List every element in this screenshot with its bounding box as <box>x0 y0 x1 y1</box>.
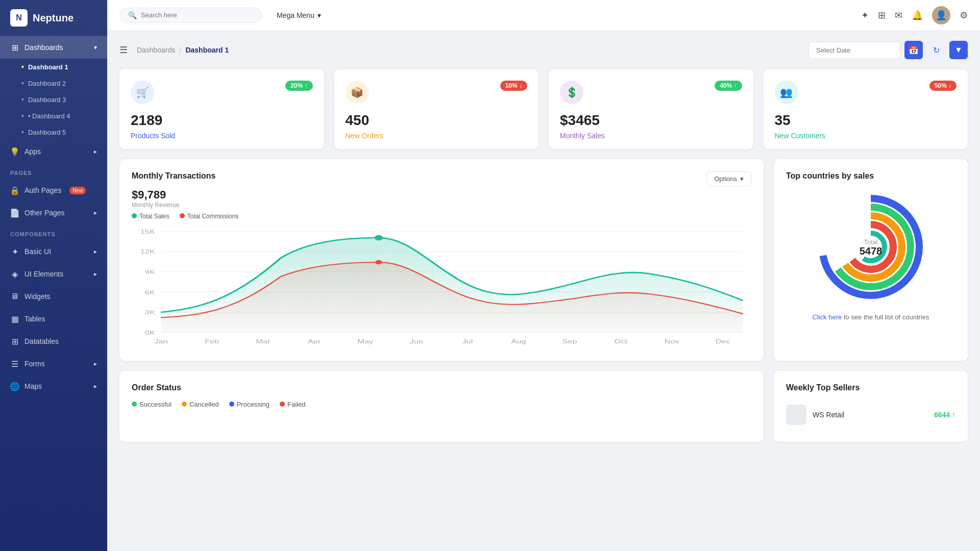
auth-pages-label: Auth Pages <box>24 186 61 194</box>
grid-icon[interactable]: ⊞ <box>878 10 886 21</box>
main-wrap: 🔍 Mega Menu ▾ ✦ ⊞ ✉ 🔔 👤 ⚙ ☰ Dashboards <box>107 0 980 551</box>
svg-text:Jul: Jul <box>462 338 473 344</box>
apps-arrow: ▸ <box>94 148 97 155</box>
sidebar-item-forms[interactable]: ☰ Forms ▸ <box>0 353 107 375</box>
footer-post-text: to see the full list of countries <box>844 313 929 321</box>
sidebar-item-ui-elements[interactable]: ◈ UI Elements ▸ <box>0 263 107 285</box>
search-input[interactable] <box>141 11 254 19</box>
svg-text:May: May <box>357 338 373 344</box>
seller-item: WS Retail 6644 ↑ <box>786 400 955 430</box>
svg-text:Apr: Apr <box>308 338 321 344</box>
mega-menu-label: Mega Menu <box>277 11 314 19</box>
mega-menu-button[interactable]: Mega Menu ▾ <box>271 8 327 22</box>
legend-processing: Processing <box>237 400 270 408</box>
sidebar-item-basic-ui[interactable]: ✦ Basic UI ▸ <box>0 240 107 263</box>
file-icon: 📄 <box>10 208 19 217</box>
donut-chart: Total 5478 <box>786 181 955 308</box>
sidebar-sub-dashboard3[interactable]: Dashboard 3 <box>0 91 107 108</box>
ui-elements-arrow: ▸ <box>94 270 97 278</box>
sidebar: N Neptune ⊞ Dashboards ▾ Dashboard 1 Das… <box>0 0 107 551</box>
svg-point-13 <box>375 260 382 264</box>
click-here-link[interactable]: Click here <box>812 313 842 321</box>
svg-text:Nov: Nov <box>665 338 679 344</box>
avatar[interactable]: 👤 <box>932 6 950 24</box>
svg-text:Jun: Jun <box>410 338 423 344</box>
svg-text:Mar: Mar <box>256 338 271 344</box>
topbar-icons: ✦ ⊞ ✉ 🔔 👤 ⚙ <box>861 6 968 24</box>
tables-icon: ▦ <box>10 314 19 323</box>
header-tools: 📅 ↻ ▼ <box>808 41 968 59</box>
stat-card-customers: 👥 50% ↓ 35 New Customers <box>764 69 968 149</box>
sidebar-item-maps[interactable]: 🌐 Maps ▸ <box>0 375 107 397</box>
seller-thumb <box>786 405 806 425</box>
sidebar-item-widgets[interactable]: 🖥 Widgets <box>0 285 107 308</box>
breadcrumb-parent: Dashboards <box>137 46 176 54</box>
stat-card-products: 🛒 20% ↑ 2189 Products Sold <box>119 69 324 149</box>
date-input[interactable] <box>808 42 900 59</box>
transactions-sublabel: Monthly Revenue <box>132 202 751 209</box>
sidebar-item-dashboards[interactable]: ⊞ Dashboards ▾ <box>0 36 107 59</box>
products-icon: 🛒 <box>131 81 154 104</box>
products-label: Products Sold <box>131 132 313 140</box>
sidebar-sub-dashboard5[interactable]: Dashboard 5 <box>0 124 107 140</box>
sidebar-item-datatables[interactable]: ⊞ Datatables <box>0 330 107 353</box>
top-countries-title: Top countries by sales <box>786 171 955 181</box>
widgets-icon: 🖥 <box>10 292 19 301</box>
breadcrumb: Dashboards / Dashboard 1 <box>137 46 229 54</box>
sidebar-logo: N Neptune <box>0 0 107 36</box>
options-button[interactable]: Options ▾ <box>706 171 751 186</box>
svg-text:0K: 0K <box>145 330 155 336</box>
logo-box: N <box>10 9 28 27</box>
hamburger-icon[interactable]: ☰ <box>119 44 128 56</box>
search-icon: 🔍 <box>128 11 137 19</box>
breadcrumb-current: Dashboard 1 <box>185 46 229 54</box>
bell-icon[interactable]: 🔔 <box>912 10 923 21</box>
customers-label: New Customers <box>775 132 957 140</box>
refresh-button[interactable]: ↻ <box>927 41 945 59</box>
sidebar-sub-dashboard2[interactable]: Dashboard 2 <box>0 75 107 91</box>
filter-button[interactable]: ▼ <box>949 41 968 59</box>
top-countries-card: Top countries by sales <box>774 159 968 361</box>
forms-arrow: ▸ <box>94 360 97 367</box>
plus-icon[interactable]: ✦ <box>861 10 869 21</box>
sidebar-sub-dashboard4[interactable]: • Dashboard 4 <box>0 108 107 124</box>
dashboards-label: Dashboards <box>24 43 63 52</box>
other-pages-label: Other Pages <box>24 209 65 217</box>
chart-legend: Total Sales Total Commissions <box>132 213 751 220</box>
search-box[interactable]: 🔍 <box>119 8 262 23</box>
basic-ui-label: Basic UI <box>24 247 51 256</box>
dashboards-arrow: ▾ <box>94 44 97 51</box>
settings-icon[interactable]: ⚙ <box>960 10 968 21</box>
svg-text:5478: 5478 <box>860 245 883 257</box>
calendar-button[interactable]: 📅 <box>904 41 923 59</box>
weekly-top-sellers-card: Weekly Top Sellers WS Retail 6644 ↑ <box>774 371 968 442</box>
svg-text:Aug: Aug <box>511 338 526 344</box>
svg-text:3K: 3K <box>145 310 155 315</box>
apps-icon: 💡 <box>10 147 19 156</box>
svg-point-12 <box>375 235 383 240</box>
basic-ui-icon: ✦ <box>10 247 19 256</box>
orders-value: 450 <box>346 112 528 129</box>
dashboard-icon: ⊞ <box>10 43 19 52</box>
sidebar-item-auth[interactable]: 🔒 Auth Pages New <box>0 179 107 202</box>
legend-failed: Failed <box>287 400 305 408</box>
products-value: 2189 <box>131 112 313 129</box>
topbar: 🔍 Mega Menu ▾ ✦ ⊞ ✉ 🔔 👤 ⚙ <box>107 0 980 31</box>
svg-text:6K: 6K <box>145 289 155 295</box>
sidebar-item-other-pages[interactable]: 📄 Other Pages ▸ <box>0 202 107 224</box>
page-content: ☰ Dashboards / Dashboard 1 📅 ↻ ▼ <box>107 31 980 551</box>
mail-icon[interactable]: ✉ <box>895 10 902 21</box>
forms-label: Forms <box>24 360 45 368</box>
stat-card-orders: 📦 10% ↓ 450 New Orders <box>334 69 539 149</box>
sidebar-sub-dashboard1[interactable]: Dashboard 1 <box>0 59 107 75</box>
svg-text:15K: 15K <box>140 229 155 235</box>
sales-label: Monthly Sales <box>560 132 742 140</box>
sidebar-item-apps[interactable]: 💡 Apps ▸ <box>0 140 107 163</box>
sidebar-item-tables[interactable]: ▦ Tables <box>0 308 107 330</box>
ui-elements-label: UI Elements <box>24 270 63 278</box>
orders-badge: 10% ↓ <box>500 81 527 91</box>
maps-icon: 🌐 <box>10 382 19 391</box>
monthly-transactions-card: Monthly Transactions Options ▾ $9,789 Mo… <box>119 159 764 361</box>
legend-commissions: Total Commissions <box>187 213 239 220</box>
charts-row: Monthly Transactions Options ▾ $9,789 Mo… <box>119 159 968 361</box>
